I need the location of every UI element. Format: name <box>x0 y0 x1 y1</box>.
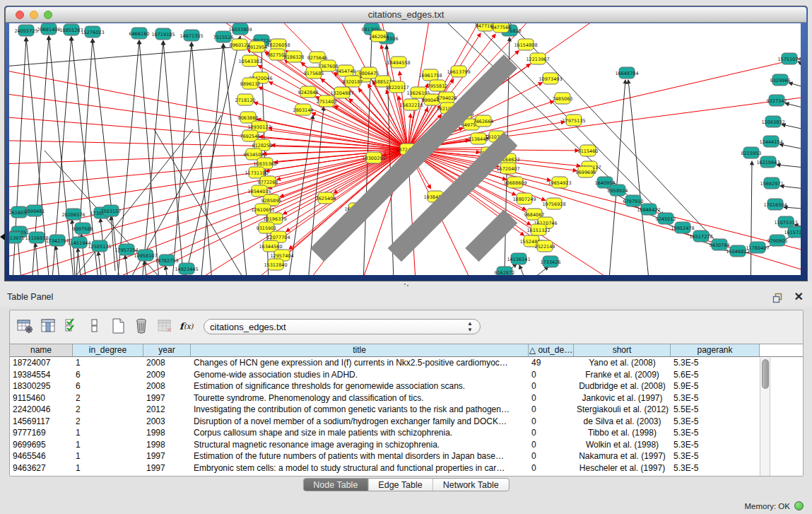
cell-out_de[interactable]: 0 <box>529 427 574 439</box>
cell-name[interactable]: 18300295 <box>10 380 73 392</box>
table-row[interactable]: 969969511998Structural magnetic resonanc… <box>10 439 803 451</box>
column-header-in_degree[interactable]: in_degree <box>73 344 143 356</box>
cell-name[interactable]: 18724007 <box>10 357 73 369</box>
cell-pagerank[interactable]: 5.3E-5 <box>671 450 760 462</box>
cell-name[interactable]: 22420046 <box>10 404 73 416</box>
table-vertical-scrollbar[interactable] <box>760 358 770 476</box>
select-attributes-button[interactable] <box>61 317 82 338</box>
column-header-short[interactable]: short <box>574 344 671 356</box>
cell-pagerank[interactable]: 5.9E-5 <box>671 380 760 392</box>
cell-name[interactable]: 9115460 <box>10 392 73 404</box>
cell-name[interactable]: 9463627 <box>10 462 73 474</box>
cell-pagerank[interactable]: 5.3E-5 <box>671 357 760 369</box>
cell-out_de[interactable]: 0 <box>529 369 574 381</box>
new-column-button[interactable] <box>107 317 129 338</box>
close-panel-button[interactable]: ✕ <box>794 290 804 303</box>
cell-short[interactable]: Wolkin et al. (1998) <box>574 439 671 451</box>
cell-title[interactable]: Estimation of significance thresholds fo… <box>191 380 529 392</box>
table-row[interactable]: 946554611997Estimation of the future num… <box>10 450 803 462</box>
cell-out_de[interactable]: 0 <box>529 462 574 474</box>
cell-year[interactable]: 1997 <box>143 450 191 462</box>
cell-title[interactable]: Tourette syndrome. Phenomenology and cla… <box>191 392 529 404</box>
table-row[interactable]: 1938455462009Genome-wide association stu… <box>10 369 803 381</box>
cell-short[interactable]: Dudbridge et al. (2008) <box>574 380 671 392</box>
cell-in_degree[interactable]: 2 <box>73 416 143 428</box>
cell-title[interactable]: Genome-wide association studies in ADHD. <box>191 369 529 381</box>
cell-title[interactable]: Disruption of a novel member of a sodium… <box>191 416 529 428</box>
table-row[interactable]: 911546021997Tourette syndrome. Phenomeno… <box>10 392 803 404</box>
cell-in_degree[interactable]: 6 <box>73 369 143 381</box>
cell-in_degree[interactable]: 2 <box>73 404 143 416</box>
cell-name[interactable]: 9465546 <box>10 450 73 462</box>
column-header-pagerank[interactable]: pagerank <box>671 344 760 356</box>
cell-title[interactable]: Changes of HCN gene expression and I(f) … <box>191 357 529 369</box>
cell-title[interactable]: Embryonic stem cells: a model to study s… <box>191 462 529 474</box>
cell-pagerank[interactable]: 5.5E-5 <box>671 404 760 416</box>
tab-edge-table[interactable]: Edge Table <box>367 479 432 491</box>
table-row[interactable]: 1456911722003Disruption of a novel membe… <box>10 416 803 428</box>
cell-title[interactable]: Investigating the contribution of common… <box>191 404 529 416</box>
cell-in_degree[interactable]: 2 <box>73 392 143 404</box>
table-row[interactable]: 946362711997Embryonic stem cells: a mode… <box>10 462 803 474</box>
window-titlebar[interactable]: citations_edges.txt <box>6 7 806 23</box>
cell-in_degree[interactable]: 1 <box>73 439 143 451</box>
cell-pagerank[interactable]: 5.3E-5 <box>671 427 760 439</box>
cell-name[interactable]: 9777169 <box>10 427 73 439</box>
cell-out_de[interactable]: 0 <box>529 416 574 428</box>
cell-pagerank[interactable]: 5.3E-5 <box>671 416 760 428</box>
function-builder-button[interactable]: f(x) <box>177 317 199 338</box>
cell-out_de[interactable]: 0 <box>529 439 574 451</box>
show-columns-button[interactable] <box>37 317 59 338</box>
cell-year[interactable]: 2003 <box>143 416 191 428</box>
cell-short[interactable]: Nakamura et al. (1997) <box>574 450 671 462</box>
cell-out_de[interactable]: 0 <box>529 380 574 392</box>
cell-pagerank[interactable]: 5.3E-5 <box>671 462 760 474</box>
cell-short[interactable]: Tibbo et al. (1998) <box>574 427 671 439</box>
row-height-button[interactable] <box>84 317 105 338</box>
table-row[interactable]: 1872400712008Changes of HCN gene express… <box>10 357 803 369</box>
cell-short[interactable]: de Silva et al. (2003) <box>574 416 671 428</box>
resize-grip[interactable] <box>8 23 800 274</box>
cell-name[interactable]: 9699695 <box>10 439 73 451</box>
table-row[interactable]: 977716911998Corpus callosum shape and si… <box>10 427 803 439</box>
column-header-year[interactable]: year <box>143 344 191 356</box>
tab-network-table[interactable]: Network Table <box>433 479 509 491</box>
cell-pagerank[interactable]: 5.6E-5 <box>671 369 760 381</box>
cell-pagerank[interactable]: 5.3E-5 <box>671 439 760 451</box>
cell-in_degree[interactable]: 1 <box>73 357 143 369</box>
cell-year[interactable]: 2008 <box>143 357 191 369</box>
cell-title[interactable]: Structural magnetic resonance image aver… <box>191 439 529 451</box>
cell-year[interactable]: 2008 <box>143 380 191 392</box>
cell-short[interactable]: Hescheler et al. (1997) <box>574 462 671 474</box>
cell-pagerank[interactable]: 5.3E-5 <box>671 392 760 404</box>
cell-year[interactable]: 2009 <box>143 369 191 381</box>
cell-out_de[interactable]: 0 <box>529 392 574 404</box>
cell-short[interactable]: Jankovic et al. (1997) <box>574 392 671 404</box>
network-table-select[interactable]: citations_edges.txt ▲▼ <box>204 319 481 334</box>
panel-splitter[interactable] <box>0 281 812 288</box>
tab-node-table[interactable]: Node Table <box>303 479 367 491</box>
cell-in_degree[interactable]: 6 <box>73 380 143 392</box>
cell-out_de[interactable]: 0 <box>529 404 574 416</box>
column-header-name[interactable]: name <box>10 344 73 356</box>
cell-year[interactable]: 1997 <box>143 462 191 474</box>
cell-name[interactable]: 14569117 <box>10 416 73 428</box>
table-row[interactable]: 2242004622012Investigating the contribut… <box>10 404 803 416</box>
cell-out_de[interactable]: 0 <box>529 450 574 462</box>
cell-in_degree[interactable]: 1 <box>73 450 143 462</box>
column-header-out_de[interactable]: △ out_de… <box>529 344 574 356</box>
cell-year[interactable]: 2012 <box>143 404 191 416</box>
cell-short[interactable]: Franke et al. (2009) <box>574 369 671 381</box>
cell-in_degree[interactable]: 1 <box>73 427 143 439</box>
delete-column-button[interactable] <box>131 317 152 338</box>
network-canvas[interactable]: 2405572520691406108552871527602364661601… <box>9 23 801 275</box>
cell-out_de[interactable]: 49 <box>529 357 574 369</box>
cell-name[interactable]: 19384554 <box>10 369 73 381</box>
cell-year[interactable]: 1997 <box>143 392 191 404</box>
column-header-title[interactable]: title <box>191 344 529 356</box>
cell-short[interactable]: Stergiakouli et al. (2012) <box>574 404 671 416</box>
cell-title[interactable]: Estimation of the future numbers of pati… <box>191 450 529 462</box>
table-row[interactable]: 1830029562008Estimation of significance … <box>10 380 803 392</box>
memory-status[interactable]: Memory: OK <box>744 501 804 510</box>
cell-year[interactable]: 1998 <box>143 427 191 439</box>
